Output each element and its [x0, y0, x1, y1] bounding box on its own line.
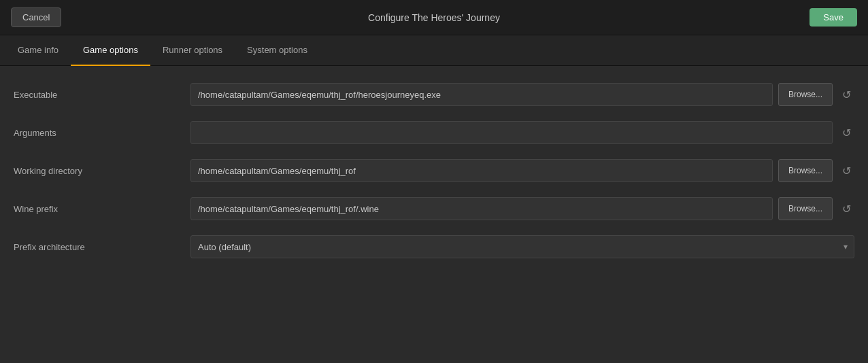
wine-prefix-reset-button[interactable]: ↺ [838, 201, 854, 217]
working-directory-input-area: Browse... ↺ [190, 159, 854, 182]
wine-prefix-row: Wine prefix Browse... ↺ [14, 196, 854, 221]
arguments-reset-button[interactable]: ↺ [838, 124, 854, 141]
tab-game-options[interactable]: Game options [71, 35, 150, 66]
working-directory-label: Working directory [14, 166, 190, 176]
arguments-input-area: ↺ [190, 121, 854, 144]
cancel-button[interactable]: Cancel [11, 7, 61, 27]
executable-reset-button[interactable]: ↺ [838, 86, 854, 103]
prefix-architecture-select-wrapper: Auto (default) win32 win64 ▾ [190, 235, 854, 258]
working-directory-reset-button[interactable]: ↺ [838, 162, 854, 179]
arguments-input[interactable] [190, 121, 833, 144]
executable-label: Executable [14, 90, 190, 100]
arguments-label: Arguments [14, 128, 190, 138]
wine-prefix-input[interactable] [190, 197, 773, 220]
wine-prefix-input-area: Browse... ↺ [190, 197, 854, 220]
save-button[interactable]: Save [809, 8, 857, 27]
prefix-architecture-select[interactable]: Auto (default) win32 win64 [190, 235, 854, 258]
working-directory-browse-button[interactable]: Browse... [778, 159, 833, 182]
wine-prefix-label: Wine prefix [14, 204, 190, 214]
prefix-architecture-label: Prefix architecture [14, 242, 190, 252]
working-directory-row: Working directory Browse... ↺ [14, 158, 854, 183]
prefix-architecture-row: Prefix architecture Auto (default) win32… [14, 235, 854, 259]
tab-system-options[interactable]: System options [235, 35, 320, 66]
prefix-architecture-input-area: Auto (default) win32 win64 ▾ [190, 235, 854, 258]
wine-prefix-browse-button[interactable]: Browse... [778, 197, 833, 220]
tab-bar: Game info Game options Runner options Sy… [0, 35, 868, 66]
tab-runner-options[interactable]: Runner options [150, 35, 235, 66]
executable-input[interactable] [190, 83, 773, 106]
tab-game-info[interactable]: Game info [5, 35, 71, 66]
executable-browse-button[interactable]: Browse... [778, 83, 833, 106]
arguments-row: Arguments ↺ [14, 120, 854, 145]
titlebar: Cancel Configure The Heroes' Journey Sav… [0, 0, 868, 35]
window-title: Configure The Heroes' Journey [368, 12, 500, 23]
content-area: Executable Browse... ↺ Arguments ↺ Worki… [0, 66, 868, 289]
executable-row: Executable Browse... ↺ [14, 82, 854, 107]
executable-input-area: Browse... ↺ [190, 83, 854, 106]
working-directory-input[interactable] [190, 159, 773, 182]
